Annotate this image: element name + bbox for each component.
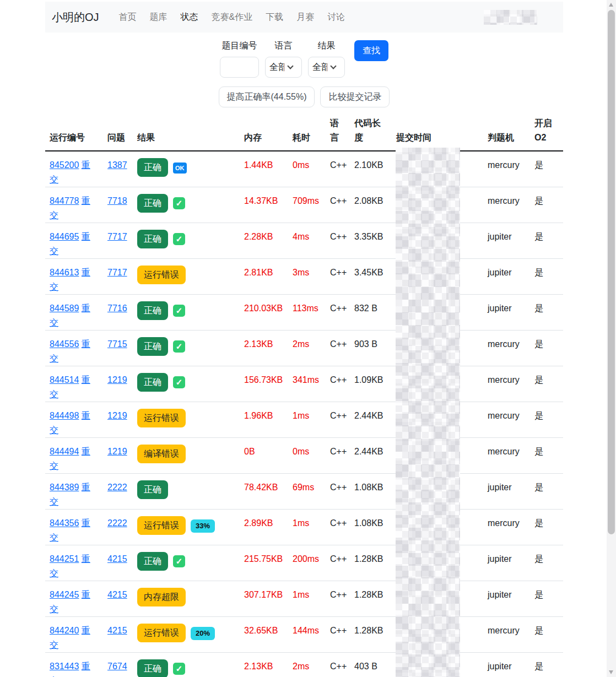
- run-id-link[interactable]: 844251: [50, 554, 79, 564]
- nav-item[interactable]: 讨论: [323, 7, 349, 28]
- table-row: 844778 重交 7718 正确 ✓ 14.37KB 709ms C++ 2.…: [45, 187, 563, 223]
- problem-link[interactable]: 7718: [107, 196, 127, 205]
- run-id-link[interactable]: 844556: [50, 339, 79, 349]
- language-select-value: 全部: [269, 62, 284, 73]
- time-value: 200ms: [288, 545, 326, 581]
- run-id-link[interactable]: 844778: [50, 196, 79, 205]
- problem-link[interactable]: 4215: [107, 554, 127, 564]
- judger-value: jupiter: [483, 474, 530, 510]
- code-length-value: 1.28KB: [350, 545, 392, 581]
- problem-link[interactable]: 1387: [107, 160, 127, 170]
- o2-value: 是: [530, 653, 563, 677]
- result-badge: 运行错误: [137, 409, 186, 427]
- problem-link[interactable]: 7716: [107, 304, 127, 313]
- scroll-down-arrow-icon[interactable]: [609, 670, 613, 674]
- judger-value: mercury: [483, 331, 530, 366]
- column-header: 开启O2: [530, 113, 563, 151]
- time-value: 2ms: [288, 331, 326, 366]
- result-extra: ✓: [168, 339, 185, 354]
- nav-item[interactable]: 题库: [145, 7, 172, 28]
- vertical-scrollbar[interactable]: [607, 0, 616, 677]
- result-extra: 20%: [186, 626, 215, 640]
- time-value: 1ms: [288, 581, 326, 617]
- search-button[interactable]: 查找: [354, 40, 388, 61]
- nav-item[interactable]: 月赛: [292, 7, 318, 28]
- problem-link[interactable]: 2222: [107, 483, 127, 492]
- filter-area: 题目编号 语言 全部 结果 全部: [45, 40, 563, 107]
- improve-accuracy-button[interactable]: 提高正确率(44.55%): [219, 86, 315, 107]
- result-select[interactable]: 全部: [308, 57, 345, 78]
- o2-value: 是: [530, 259, 563, 295]
- time-value: 4ms: [288, 223, 326, 259]
- code-length-value: 832 B: [350, 295, 392, 331]
- run-id-link[interactable]: 844514: [50, 375, 79, 384]
- judger-value: jupiter: [483, 223, 530, 259]
- problem-link[interactable]: 4215: [107, 626, 127, 635]
- judger-value: jupiter: [483, 259, 530, 295]
- nav-item[interactable]: 竞赛&作业: [207, 7, 257, 28]
- memory-value: 2.81KB: [240, 259, 288, 295]
- time-value: 113ms: [288, 295, 326, 331]
- problem-link[interactable]: 1219: [107, 375, 127, 384]
- o2-value: 是: [530, 295, 563, 331]
- check-icon: ✓: [173, 305, 185, 317]
- result-badge: 运行错误: [137, 266, 186, 284]
- column-header: 内存: [240, 113, 288, 151]
- time-value: 1ms: [288, 510, 326, 545]
- language-value: C++: [326, 653, 350, 677]
- run-id-link[interactable]: 845200: [50, 160, 79, 170]
- table-row: 844240 重交 4215 运行错误 20% 32.65KB 144ms C+…: [45, 617, 563, 653]
- code-length-value: 3.45KB: [350, 259, 392, 295]
- result-badge: 编译错误: [137, 445, 186, 463]
- submit-time-column-censored: [396, 148, 460, 677]
- code-length-value: 1.08KB: [350, 474, 392, 510]
- run-id-link[interactable]: 844695: [50, 232, 79, 241]
- code-length-value: 3.35KB: [350, 223, 392, 259]
- o2-value: 是: [530, 151, 563, 187]
- result-label: 结果: [318, 40, 336, 52]
- submissions-table: 运行编号问题结果内存耗时语言代码长度提交时间判题机开启O2 845200 重交 …: [45, 113, 563, 677]
- problem-link[interactable]: 7715: [107, 339, 127, 349]
- language-value: C++: [326, 438, 350, 474]
- scroll-up-arrow-icon[interactable]: [609, 3, 613, 7]
- nav-item[interactable]: 下载: [261, 7, 288, 28]
- language-select[interactable]: 全部: [265, 57, 302, 78]
- problem-link[interactable]: 4215: [107, 590, 127, 599]
- problem-link[interactable]: 2222: [107, 518, 127, 528]
- o2-value: 是: [530, 581, 563, 617]
- problem-link[interactable]: 1219: [107, 411, 127, 420]
- table-row: 844494 重交 1219 编译错误 0B 0ms C++ 2.44KB me…: [45, 438, 563, 474]
- o2-value: 是: [530, 617, 563, 653]
- judger-value: jupiter: [483, 545, 530, 581]
- compare-submissions-button[interactable]: 比较提交记录: [320, 86, 390, 107]
- problem-link[interactable]: 7674: [107, 662, 127, 671]
- table-row: 844613 重交 7717 运行错误 2.81KB 3ms C++ 3.45K…: [45, 259, 563, 295]
- run-id-link[interactable]: 844245: [50, 590, 79, 599]
- run-id-link[interactable]: 844240: [50, 626, 79, 635]
- scrollbar-thumb[interactable]: [608, 10, 615, 534]
- memory-value: 14.37KB: [240, 187, 288, 223]
- run-id-link[interactable]: 844613: [50, 268, 79, 277]
- time-value: 144ms: [288, 617, 326, 653]
- problem-link[interactable]: 1219: [107, 447, 127, 456]
- table-row: 844498 重交 1219 运行错误 1.96KB 1ms C++ 2.44K…: [45, 402, 563, 438]
- time-value: 709ms: [288, 187, 326, 223]
- run-id-link[interactable]: 844494: [50, 447, 79, 456]
- nav-item[interactable]: 状态: [176, 7, 203, 28]
- result-badge: 正确: [137, 158, 168, 177]
- problem-id-input[interactable]: [220, 57, 259, 78]
- brand-link[interactable]: 小明的OJ: [52, 10, 99, 25]
- o2-value: 是: [530, 331, 563, 366]
- run-id-link[interactable]: 831443: [50, 662, 79, 671]
- check-icon: ✓: [173, 197, 185, 209]
- problem-link[interactable]: 7717: [107, 268, 127, 277]
- time-value: 341ms: [288, 366, 326, 402]
- run-id-link[interactable]: 844389: [50, 483, 79, 492]
- run-id-link[interactable]: 844356: [50, 518, 79, 528]
- problem-link[interactable]: 7717: [107, 232, 127, 241]
- code-length-value: 2.08KB: [350, 187, 392, 223]
- run-id-link[interactable]: 844589: [50, 304, 79, 313]
- run-id-link[interactable]: 844498: [50, 411, 79, 420]
- nav-item[interactable]: 首页: [115, 7, 141, 28]
- result-badge: 运行错误: [137, 624, 186, 642]
